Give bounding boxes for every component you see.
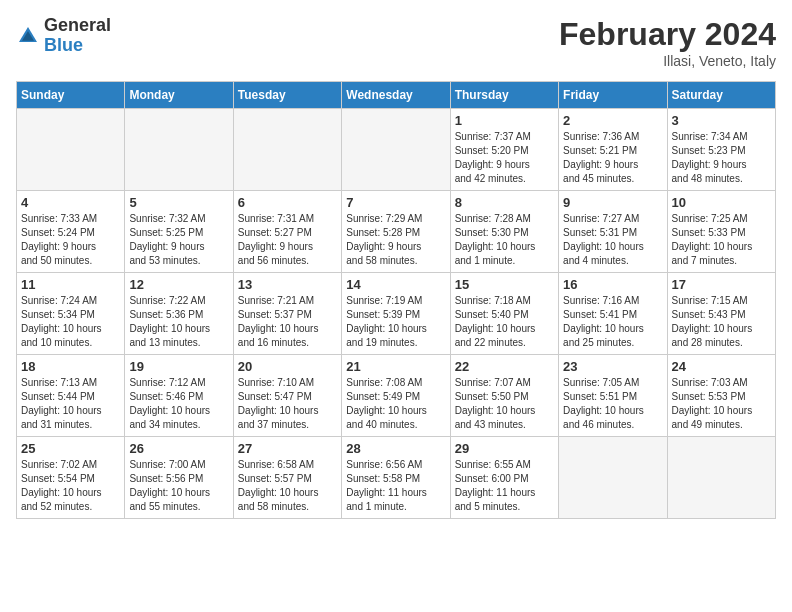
day-number: 12 — [129, 277, 228, 292]
day-number: 24 — [672, 359, 771, 374]
day-header-monday: Monday — [125, 82, 233, 109]
calendar-cell: 20Sunrise: 7:10 AM Sunset: 5:47 PM Dayli… — [233, 355, 341, 437]
day-number: 18 — [21, 359, 120, 374]
calendar-cell: 19Sunrise: 7:12 AM Sunset: 5:46 PM Dayli… — [125, 355, 233, 437]
day-info: Sunrise: 7:36 AM Sunset: 5:21 PM Dayligh… — [563, 130, 662, 186]
day-info: Sunrise: 6:56 AM Sunset: 5:58 PM Dayligh… — [346, 458, 445, 514]
calendar-cell: 16Sunrise: 7:16 AM Sunset: 5:41 PM Dayli… — [559, 273, 667, 355]
day-header-thursday: Thursday — [450, 82, 558, 109]
calendar-cell: 9Sunrise: 7:27 AM Sunset: 5:31 PM Daylig… — [559, 191, 667, 273]
day-number: 5 — [129, 195, 228, 210]
day-number: 4 — [21, 195, 120, 210]
calendar-cell: 8Sunrise: 7:28 AM Sunset: 5:30 PM Daylig… — [450, 191, 558, 273]
day-number: 17 — [672, 277, 771, 292]
calendar-cell: 3Sunrise: 7:34 AM Sunset: 5:23 PM Daylig… — [667, 109, 775, 191]
day-info: Sunrise: 7:28 AM Sunset: 5:30 PM Dayligh… — [455, 212, 554, 268]
day-info: Sunrise: 7:08 AM Sunset: 5:49 PM Dayligh… — [346, 376, 445, 432]
calendar-cell: 14Sunrise: 7:19 AM Sunset: 5:39 PM Dayli… — [342, 273, 450, 355]
day-info: Sunrise: 7:10 AM Sunset: 5:47 PM Dayligh… — [238, 376, 337, 432]
day-number: 27 — [238, 441, 337, 456]
logo-text: General Blue — [44, 16, 111, 56]
day-number: 11 — [21, 277, 120, 292]
day-number: 23 — [563, 359, 662, 374]
calendar-cell — [233, 109, 341, 191]
calendar-week-5: 25Sunrise: 7:02 AM Sunset: 5:54 PM Dayli… — [17, 437, 776, 519]
calendar: SundayMondayTuesdayWednesdayThursdayFrid… — [16, 81, 776, 519]
day-info: Sunrise: 6:58 AM Sunset: 5:57 PM Dayligh… — [238, 458, 337, 514]
day-number: 10 — [672, 195, 771, 210]
day-number: 15 — [455, 277, 554, 292]
day-info: Sunrise: 7:33 AM Sunset: 5:24 PM Dayligh… — [21, 212, 120, 268]
day-info: Sunrise: 7:19 AM Sunset: 5:39 PM Dayligh… — [346, 294, 445, 350]
day-header-wednesday: Wednesday — [342, 82, 450, 109]
day-number: 29 — [455, 441, 554, 456]
day-info: Sunrise: 7:32 AM Sunset: 5:25 PM Dayligh… — [129, 212, 228, 268]
calendar-cell: 22Sunrise: 7:07 AM Sunset: 5:50 PM Dayli… — [450, 355, 558, 437]
calendar-cell: 27Sunrise: 6:58 AM Sunset: 5:57 PM Dayli… — [233, 437, 341, 519]
day-number: 26 — [129, 441, 228, 456]
day-info: Sunrise: 7:27 AM Sunset: 5:31 PM Dayligh… — [563, 212, 662, 268]
day-header-saturday: Saturday — [667, 82, 775, 109]
day-header-friday: Friday — [559, 82, 667, 109]
calendar-cell: 5Sunrise: 7:32 AM Sunset: 5:25 PM Daylig… — [125, 191, 233, 273]
calendar-week-2: 4Sunrise: 7:33 AM Sunset: 5:24 PM Daylig… — [17, 191, 776, 273]
day-info: Sunrise: 7:22 AM Sunset: 5:36 PM Dayligh… — [129, 294, 228, 350]
calendar-cell: 23Sunrise: 7:05 AM Sunset: 5:51 PM Dayli… — [559, 355, 667, 437]
day-number: 6 — [238, 195, 337, 210]
calendar-cell — [667, 437, 775, 519]
logo-icon — [16, 24, 40, 48]
calendar-cell: 6Sunrise: 7:31 AM Sunset: 5:27 PM Daylig… — [233, 191, 341, 273]
calendar-week-4: 18Sunrise: 7:13 AM Sunset: 5:44 PM Dayli… — [17, 355, 776, 437]
day-info: Sunrise: 7:03 AM Sunset: 5:53 PM Dayligh… — [672, 376, 771, 432]
calendar-cell: 4Sunrise: 7:33 AM Sunset: 5:24 PM Daylig… — [17, 191, 125, 273]
day-info: Sunrise: 7:15 AM Sunset: 5:43 PM Dayligh… — [672, 294, 771, 350]
day-info: Sunrise: 7:13 AM Sunset: 5:44 PM Dayligh… — [21, 376, 120, 432]
day-number: 28 — [346, 441, 445, 456]
day-number: 9 — [563, 195, 662, 210]
day-number: 20 — [238, 359, 337, 374]
day-info: Sunrise: 7:34 AM Sunset: 5:23 PM Dayligh… — [672, 130, 771, 186]
calendar-cell: 18Sunrise: 7:13 AM Sunset: 5:44 PM Dayli… — [17, 355, 125, 437]
day-number: 8 — [455, 195, 554, 210]
day-info: Sunrise: 7:12 AM Sunset: 5:46 PM Dayligh… — [129, 376, 228, 432]
day-number: 19 — [129, 359, 228, 374]
calendar-cell: 12Sunrise: 7:22 AM Sunset: 5:36 PM Dayli… — [125, 273, 233, 355]
day-header-tuesday: Tuesday — [233, 82, 341, 109]
calendar-cell: 1Sunrise: 7:37 AM Sunset: 5:20 PM Daylig… — [450, 109, 558, 191]
day-info: Sunrise: 7:37 AM Sunset: 5:20 PM Dayligh… — [455, 130, 554, 186]
calendar-cell: 24Sunrise: 7:03 AM Sunset: 5:53 PM Dayli… — [667, 355, 775, 437]
day-info: Sunrise: 7:16 AM Sunset: 5:41 PM Dayligh… — [563, 294, 662, 350]
calendar-cell: 7Sunrise: 7:29 AM Sunset: 5:28 PM Daylig… — [342, 191, 450, 273]
calendar-cell — [559, 437, 667, 519]
day-number: 22 — [455, 359, 554, 374]
calendar-cell: 28Sunrise: 6:56 AM Sunset: 5:58 PM Dayli… — [342, 437, 450, 519]
calendar-cell: 10Sunrise: 7:25 AM Sunset: 5:33 PM Dayli… — [667, 191, 775, 273]
day-info: Sunrise: 7:00 AM Sunset: 5:56 PM Dayligh… — [129, 458, 228, 514]
calendar-cell: 2Sunrise: 7:36 AM Sunset: 5:21 PM Daylig… — [559, 109, 667, 191]
calendar-cell — [17, 109, 125, 191]
month-year: February 2024 — [559, 16, 776, 53]
title-section: February 2024 Illasi, Veneto, Italy — [559, 16, 776, 69]
header: General Blue February 2024 Illasi, Venet… — [16, 16, 776, 69]
calendar-cell — [342, 109, 450, 191]
day-number: 21 — [346, 359, 445, 374]
calendar-week-3: 11Sunrise: 7:24 AM Sunset: 5:34 PM Dayli… — [17, 273, 776, 355]
day-header-sunday: Sunday — [17, 82, 125, 109]
day-number: 13 — [238, 277, 337, 292]
day-info: Sunrise: 7:07 AM Sunset: 5:50 PM Dayligh… — [455, 376, 554, 432]
day-info: Sunrise: 7:18 AM Sunset: 5:40 PM Dayligh… — [455, 294, 554, 350]
calendar-cell: 29Sunrise: 6:55 AM Sunset: 6:00 PM Dayli… — [450, 437, 558, 519]
day-info: Sunrise: 7:25 AM Sunset: 5:33 PM Dayligh… — [672, 212, 771, 268]
day-number: 25 — [21, 441, 120, 456]
calendar-cell: 15Sunrise: 7:18 AM Sunset: 5:40 PM Dayli… — [450, 273, 558, 355]
day-number: 7 — [346, 195, 445, 210]
day-number: 16 — [563, 277, 662, 292]
calendar-cell — [125, 109, 233, 191]
day-number: 1 — [455, 113, 554, 128]
day-info: Sunrise: 7:29 AM Sunset: 5:28 PM Dayligh… — [346, 212, 445, 268]
location: Illasi, Veneto, Italy — [559, 53, 776, 69]
day-info: Sunrise: 6:55 AM Sunset: 6:00 PM Dayligh… — [455, 458, 554, 514]
calendar-cell: 17Sunrise: 7:15 AM Sunset: 5:43 PM Dayli… — [667, 273, 775, 355]
calendar-cell: 26Sunrise: 7:00 AM Sunset: 5:56 PM Dayli… — [125, 437, 233, 519]
calendar-cell: 25Sunrise: 7:02 AM Sunset: 5:54 PM Dayli… — [17, 437, 125, 519]
